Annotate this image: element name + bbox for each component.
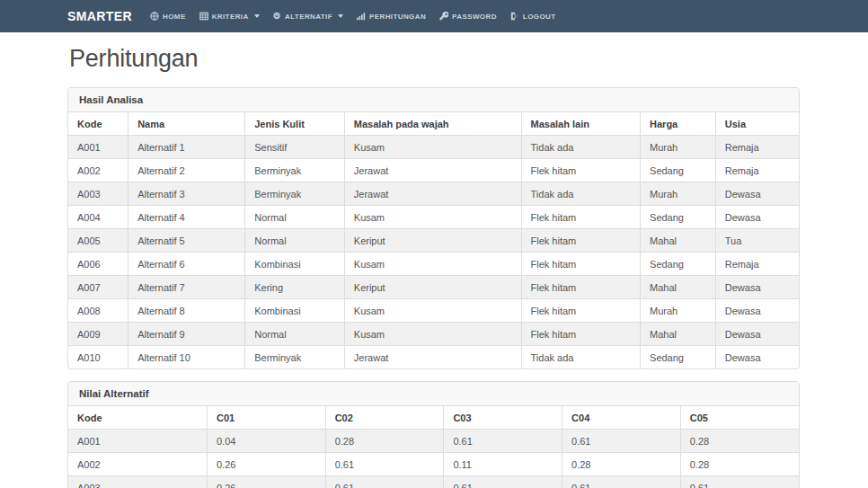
table-cell: Sedang <box>641 253 716 276</box>
table-cell: Kombinasi <box>245 253 345 276</box>
table-cell: Dewasa <box>715 206 799 229</box>
table-cell: A002 <box>68 159 128 182</box>
column-header: C01 <box>207 406 325 430</box>
column-header: C03 <box>444 406 562 430</box>
table-cell: Alternatif 6 <box>128 253 245 276</box>
table-cell: 0.04 <box>207 430 325 453</box>
table-cell: 0.28 <box>562 453 681 476</box>
table-cell: Kusam <box>344 206 521 229</box>
table-cell: Tidak ada <box>521 136 641 159</box>
table-cell: Jerawat <box>344 346 521 369</box>
table-cell: 0.61 <box>444 430 562 453</box>
table-row: A005Alternatif 5NormalKeriputFlek hitamM… <box>68 229 799 253</box>
table-cell: Dewasa <box>715 346 799 369</box>
nav-item-kriteria[interactable]: KRITERIA <box>199 12 260 21</box>
panel-nilai-alternatif: Nilai Alternatif KodeC01C02C03C04C05A001… <box>67 381 800 488</box>
table-cell: Mahal <box>641 229 716 253</box>
table-row: A010Alternatif 10BerminyakJerawatTidak a… <box>68 346 799 369</box>
table-cell: Alternatif 2 <box>128 159 245 182</box>
main-content: Perhitungan Hasil Analisa KodeNamaJenis … <box>67 45 800 488</box>
nav-item-password[interactable]: PASSWORD <box>439 12 497 21</box>
table-cell: Dewasa <box>715 276 799 299</box>
table-cell: Remaja <box>715 159 799 182</box>
nav-item-alternatif[interactable]: ⚙ ALTERNATIF <box>273 12 343 21</box>
table-cell: Dewasa <box>715 299 799 323</box>
table-row: A0020.260.610.110.280.28 <box>68 453 799 476</box>
panel-heading-hasil-analisa: Hasil Analisa <box>68 88 799 112</box>
column-header: Kode <box>68 406 207 430</box>
table-cell: Mahal <box>641 323 716 346</box>
column-header: Harga <box>641 112 716 136</box>
caret-down-icon <box>254 14 260 18</box>
table-cell: A005 <box>68 229 128 253</box>
column-header: C05 <box>680 406 799 430</box>
table-cell: A002 <box>68 453 207 476</box>
table-cell: 0.61 <box>325 453 444 476</box>
key-icon <box>439 12 448 21</box>
nav-item-perhitungan[interactable]: PERHITUNGAN <box>357 12 426 21</box>
table-cell: Alternatif 1 <box>128 136 245 159</box>
table-cell: A004 <box>68 206 128 229</box>
table-cell: Alternatif 9 <box>128 323 245 346</box>
table-cell: A001 <box>68 136 128 159</box>
table-cell: Sedang <box>641 206 716 229</box>
table-cell: Kombinasi <box>245 299 345 323</box>
table-row: A002Alternatif 2BerminyakJerawatFlek hit… <box>68 159 799 182</box>
nav-label-alternatif: ALTERNATIF <box>285 13 332 21</box>
column-header: C02 <box>325 406 444 430</box>
navbar-inner: SMARTER HOME KRITERIA ⚙ ALTERNATIF <box>67 9 800 23</box>
column-header: Masalah lain <box>521 112 641 136</box>
table-cell: Kusam <box>344 323 521 346</box>
table-cell: Flek hitam <box>521 159 641 182</box>
table-cell: Remaja <box>715 136 799 159</box>
table-cell: 0.26 <box>207 476 325 488</box>
table-cell: Jerawat <box>344 159 521 182</box>
panel-hasil-analisa: Hasil Analisa KodeNamaJenis KulitMasalah… <box>67 87 800 369</box>
panel-heading-nilai-alternatif: Nilai Alternatif <box>68 382 799 406</box>
nav-item-logout[interactable]: LOGOUT <box>510 12 556 21</box>
table-cell: Tidak ada <box>521 346 641 369</box>
table-cell: 0.28 <box>680 430 799 453</box>
table-row: A008Alternatif 8KombinasiKusamFlek hitam… <box>68 299 799 323</box>
table-cell: Murah <box>641 182 716 206</box>
brand[interactable]: SMARTER <box>67 9 132 23</box>
nav-label-logout: LOGOUT <box>523 13 556 21</box>
grid-icon <box>199 12 208 21</box>
nav-item-home[interactable]: HOME <box>150 12 186 21</box>
table-cell: 0.61 <box>562 430 681 453</box>
home-icon <box>150 12 159 21</box>
column-header: Kode <box>68 112 128 136</box>
table-cell: Flek hitam <box>521 253 641 276</box>
bar-chart-icon <box>357 12 366 21</box>
table-cell: A009 <box>68 323 128 346</box>
column-header: Jenis Kulit <box>245 112 345 136</box>
table-cell: Alternatif 8 <box>128 299 245 323</box>
table-row: A001Alternatif 1SensitifKusamTidak adaMu… <box>68 136 799 159</box>
table-cell: Flek hitam <box>521 299 641 323</box>
table-cell: Normal <box>245 206 345 229</box>
table-cell: Alternatif 10 <box>128 346 245 369</box>
page-title: Perhitungan <box>69 45 800 73</box>
nav-label-password: PASSWORD <box>452 13 497 21</box>
table-cell: Alternatif 7 <box>128 276 245 299</box>
table-cell: A001 <box>68 430 207 453</box>
column-header: Usia <box>715 112 799 136</box>
table-cell: Kusam <box>344 299 521 323</box>
table-cell: A003 <box>68 476 207 488</box>
nav-label-kriteria: KRITERIA <box>212 13 249 21</box>
table-cell: Sedang <box>641 346 716 369</box>
table-cell: Normal <box>245 229 345 253</box>
caret-down-icon <box>338 14 343 18</box>
table-row: A0010.040.280.610.610.28 <box>68 430 799 453</box>
table-row: A0030.260.610.610.610.61 <box>68 476 799 488</box>
table-row: A003Alternatif 3BerminyakJerawatTidak ad… <box>68 182 799 206</box>
table-cell: Berminyak <box>245 346 345 369</box>
table-cell: A003 <box>68 182 128 206</box>
table-cell: Keriput <box>344 276 521 299</box>
table-cell: Remaja <box>715 253 799 276</box>
table-cell: A007 <box>68 276 128 299</box>
table-cell: Kering <box>245 276 345 299</box>
table-cell: Flek hitam <box>521 276 641 299</box>
table-cell: 0.26 <box>207 453 325 476</box>
table-cell: Tua <box>715 229 799 253</box>
